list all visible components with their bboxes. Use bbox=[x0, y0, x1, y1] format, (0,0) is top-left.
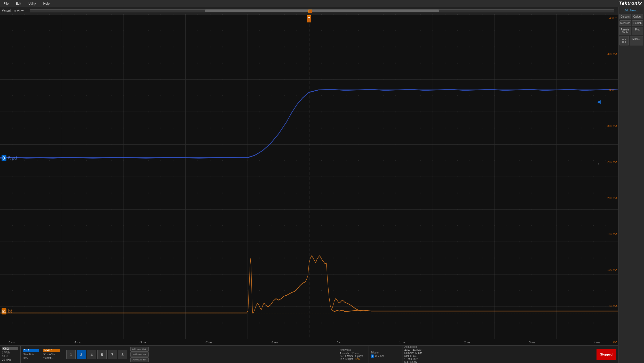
svg-text:Idd: Idd bbox=[8, 308, 12, 314]
x-label-2: -3 ms bbox=[139, 341, 147, 344]
x-label-6: 1 ms bbox=[399, 341, 406, 344]
acq-title: Acquisition bbox=[404, 345, 592, 348]
channel-ch2-block[interactable]: Ch 2 1 V/div 50 Ω 20 MHz bbox=[0, 346, 21, 363]
acq-mode: Auto, bbox=[404, 349, 410, 352]
htime: 10 ms bbox=[352, 352, 359, 355]
menu-bar: File Edit Utility Help Tektronix bbox=[0, 0, 644, 7]
search-button[interactable]: Search bbox=[632, 20, 643, 26]
channel-ch6-block[interactable]: Ch 6 50 mA/div 50 Ω bbox=[21, 346, 41, 363]
ch6-info: 50 mA/div 50 Ω bbox=[23, 353, 39, 360]
panel-row-1: Cursors Callout bbox=[619, 14, 643, 19]
svg-text:M1: M1 bbox=[2, 309, 6, 314]
brand-logo: Tektronix bbox=[619, 1, 642, 6]
channel-buttons: 1 3 4 5 7 8 bbox=[64, 346, 129, 363]
x-label-8: 3 ms bbox=[529, 341, 535, 344]
math1-label: Math 1 bbox=[43, 349, 60, 352]
chart-container: T bbox=[0, 14, 618, 339]
trigger-x-icon: ✕ bbox=[375, 355, 377, 358]
measure-button[interactable]: Measure bbox=[619, 20, 631, 26]
hscale: 1 ms/div bbox=[340, 352, 349, 355]
trigger-marker-top[interactable] bbox=[308, 10, 312, 13]
svg-rect-37 bbox=[625, 39, 626, 40]
waveform-view-title: Waveform View bbox=[2, 9, 23, 13]
add-math-button[interactable]: Add New Math bbox=[130, 347, 149, 352]
panel-row-3: Results Table Plot bbox=[619, 27, 643, 35]
add-ref-button[interactable]: Add New Ref bbox=[130, 352, 149, 357]
callout-button[interactable]: Callout bbox=[632, 14, 643, 19]
right-panel: Add New... Cursors Callout Measure Searc… bbox=[618, 7, 644, 363]
menu-utility[interactable]: Utility bbox=[27, 1, 37, 6]
channel-btn-1[interactable]: 1 bbox=[66, 350, 76, 359]
trigger-block: Trigger 6 ✕ 2.6 V bbox=[369, 346, 402, 363]
menu-file[interactable]: File bbox=[2, 1, 10, 6]
scrollbar-thumb[interactable] bbox=[205, 10, 439, 12]
acq-analyze: Analyze bbox=[412, 349, 422, 352]
channel-btn-3[interactable]: 3 bbox=[77, 350, 86, 359]
results-table-button[interactable]: Results Table bbox=[619, 27, 631, 35]
plot-button[interactable]: Plot bbox=[632, 27, 643, 35]
acq-time: 6:43:48 AM bbox=[404, 361, 592, 363]
trigger-title: Trigger bbox=[371, 351, 400, 354]
x-label-0: -5 ms bbox=[8, 341, 15, 344]
acq-sample: Sample: 12 bits bbox=[404, 352, 592, 354]
channel-math1-block[interactable]: Math 1 50 mA/div ^[coeffil... bbox=[41, 346, 62, 363]
svg-rect-39 bbox=[625, 41, 626, 43]
trigger-channel-badge: 6 bbox=[371, 354, 374, 358]
menu-edit[interactable]: Edit bbox=[14, 1, 23, 6]
ch2-label: Ch 2 bbox=[2, 347, 18, 350]
x-label-9: 4 ms bbox=[594, 341, 600, 344]
x-label-7: 2 ms bbox=[464, 341, 470, 344]
hppt: 1 μs/pt bbox=[355, 355, 363, 358]
svg-text:C6: C6 bbox=[3, 156, 6, 161]
waveform-svg: T bbox=[0, 14, 618, 339]
math1-info: 50 mA/div ^[coeffil... bbox=[43, 353, 60, 360]
ch6-label: Ch 6 bbox=[23, 349, 39, 352]
x-label-1: -4 ms bbox=[74, 341, 81, 344]
horizontal-block: Horizontal 1 ms/div 10 ms SR: 1 MS/s 1 μ… bbox=[338, 346, 369, 363]
acquisition-block: Acquisition Auto, Analyze Sample: 12 bit… bbox=[402, 346, 594, 363]
waveform-area: Waveform View bbox=[0, 7, 618, 363]
svg-text:Vbsout: Vbsout bbox=[8, 155, 17, 161]
panel-row-4: More... bbox=[619, 36, 643, 45]
channel-btn-5[interactable]: 5 bbox=[97, 350, 107, 359]
add-buttons-group: Add New Math Add New Ref Add New Bus bbox=[129, 347, 150, 362]
channel-btn-4[interactable]: 4 bbox=[87, 350, 96, 359]
cursor-arrow[interactable]: ◀ bbox=[597, 99, 601, 105]
hsr: SR: 1 MS/s bbox=[340, 355, 353, 358]
cursors-button[interactable]: Cursors bbox=[619, 14, 631, 19]
add-bus-button[interactable]: Add New Bus bbox=[130, 357, 149, 362]
horizontal-title: Horizontal bbox=[340, 349, 367, 351]
channel-btn-8[interactable]: 8 bbox=[118, 350, 127, 359]
svg-text:T: T bbox=[308, 16, 310, 22]
svg-rect-38 bbox=[622, 41, 624, 43]
stopped-button[interactable]: Stopped bbox=[597, 349, 616, 360]
svg-rect-36 bbox=[622, 39, 624, 40]
channel-btn-7[interactable]: 7 bbox=[108, 350, 117, 359]
trigger-voltage: 2.6 V bbox=[378, 355, 384, 358]
acq-date: 18 Oct 2021 bbox=[404, 358, 592, 361]
main-layout: Waveform View bbox=[0, 7, 644, 363]
acq-single: Single: 1/1 bbox=[404, 354, 592, 357]
x-label-5: 0 s bbox=[337, 341, 341, 344]
options-dots-button[interactable]: ··· bbox=[596, 163, 601, 165]
scrollbar-track[interactable] bbox=[30, 9, 614, 12]
x-label-4: -1 ms bbox=[271, 341, 278, 344]
bottom-bar: Ch 2 1 V/div 50 Ω 20 MHz Ch 6 50 mA/div … bbox=[0, 345, 618, 363]
more-button[interactable]: More... bbox=[630, 36, 643, 45]
menu-help[interactable]: Help bbox=[42, 1, 51, 6]
waveform-header: Waveform View bbox=[0, 7, 618, 14]
ch2-info: 1 V/div 50 Ω 20 MHz bbox=[2, 351, 18, 362]
add-new-button[interactable]: Add New... bbox=[624, 9, 638, 12]
grid-icon bbox=[622, 38, 627, 43]
x-label-3: -2 ms bbox=[205, 341, 212, 344]
x-axis: -5 ms -4 ms -3 ms -2 ms -1 ms 0 s 1 ms 2… bbox=[0, 339, 618, 345]
panel-row-2: Measure Search bbox=[619, 20, 643, 26]
hrl: RL: 10 kpts bbox=[340, 358, 353, 360]
hpct: 52% bbox=[355, 358, 360, 360]
more-icon-button[interactable] bbox=[619, 36, 629, 45]
